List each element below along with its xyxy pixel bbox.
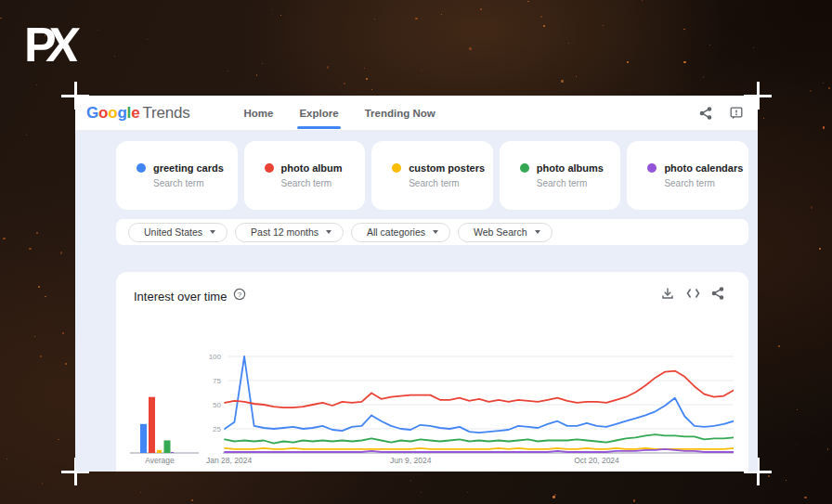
embed-icon[interactable] (685, 286, 700, 301)
feedback-icon[interactable] (730, 107, 743, 120)
svg-text:Average: Average (145, 456, 175, 465)
term-card-photo-albums[interactable]: photo albums Search term (500, 141, 621, 210)
term-label: photo album (281, 162, 343, 174)
term-sublabel: Search term (153, 178, 238, 188)
filter-country-dropdown[interactable]: United States (128, 223, 228, 242)
term-label: photo albums (537, 162, 604, 174)
term-label: photo calendars (664, 162, 743, 174)
term-sublabel: Search term (281, 178, 366, 188)
term-card-photo-album[interactable]: photo album Search term (244, 141, 366, 210)
filter-timerange-dropdown[interactable]: Past 12 months (235, 223, 344, 242)
svg-text:Jan 28, 2024: Jan 28, 2024 (206, 456, 252, 465)
chevron-down-icon (326, 230, 332, 234)
series-dot-red (265, 163, 274, 173)
series-dot-blue (136, 163, 146, 173)
svg-text:50: 50 (213, 401, 221, 409)
filter-searchtype-dropdown[interactable]: Web Search (458, 223, 552, 242)
svg-text:75: 75 (213, 377, 221, 385)
google-trends-panel: GoogleTrends Home Explore Trending Now g… (75, 96, 758, 472)
download-icon[interactable] (660, 286, 675, 301)
filter-category-dropdown[interactable]: All categories (351, 223, 450, 242)
share-icon[interactable] (710, 286, 725, 301)
chevron-down-icon (433, 230, 438, 234)
svg-text:?: ? (238, 291, 242, 299)
term-sublabel: Search term (664, 178, 748, 188)
term-sublabel: Search term (537, 178, 621, 188)
interest-line-chart: 255075100Jan 28, 2024Jun 9, 2024Oct 20, … (206, 343, 734, 466)
interest-over-time-card: Interest over time ? Average 255075100Ja… (116, 272, 748, 472)
term-card-custom-posters[interactable]: custom posters Search term (371, 141, 493, 210)
svg-text:100: 100 (209, 353, 222, 361)
nav-item-trending-now[interactable]: Trending Now (352, 96, 448, 131)
google-wordmark: Google (86, 104, 139, 122)
nav-item-explore[interactable]: Explore (286, 96, 351, 131)
trends-wordmark: Trends (142, 104, 189, 122)
header-nav: Home Explore Trending Now (230, 96, 448, 131)
chevron-down-icon (210, 230, 215, 234)
svg-text:25: 25 (213, 425, 221, 433)
nav-item-home[interactable]: Home (230, 96, 286, 131)
share-icon[interactable] (699, 107, 712, 120)
chevron-down-icon (535, 230, 540, 234)
series-dot-purple (647, 163, 656, 173)
px-logo: PX (24, 20, 72, 69)
term-label: custom posters (409, 162, 485, 174)
screenshot-canvas: PX GoogleTrends Home Explore Trending No… (0, 0, 832, 504)
term-card-greeting-cards[interactable]: greeting cards Search term (116, 141, 238, 210)
help-icon[interactable]: ? (233, 288, 246, 304)
series-dot-green (520, 163, 529, 173)
term-card-photo-calendars[interactable]: photo calendars Search term (627, 141, 748, 210)
series-dot-yellow (392, 163, 401, 173)
google-trends-logo[interactable]: GoogleTrends (86, 104, 189, 123)
svg-text:Jun 9, 2024: Jun 9, 2024 (390, 456, 432, 465)
search-terms-row: greeting cards Search term photo album S… (116, 141, 748, 210)
term-sublabel: Search term (409, 178, 493, 188)
trends-header: GoogleTrends Home Explore Trending Now (75, 96, 758, 131)
svg-text:Oct 20, 2024: Oct 20, 2024 (574, 456, 619, 465)
px-logo-letter-x: X (45, 20, 75, 69)
chart-title: Interest over time (134, 290, 227, 304)
term-label: greeting cards (153, 162, 224, 174)
filter-bar: United States Past 12 months All categor… (116, 219, 748, 245)
average-bar-chart: Average (126, 343, 204, 466)
